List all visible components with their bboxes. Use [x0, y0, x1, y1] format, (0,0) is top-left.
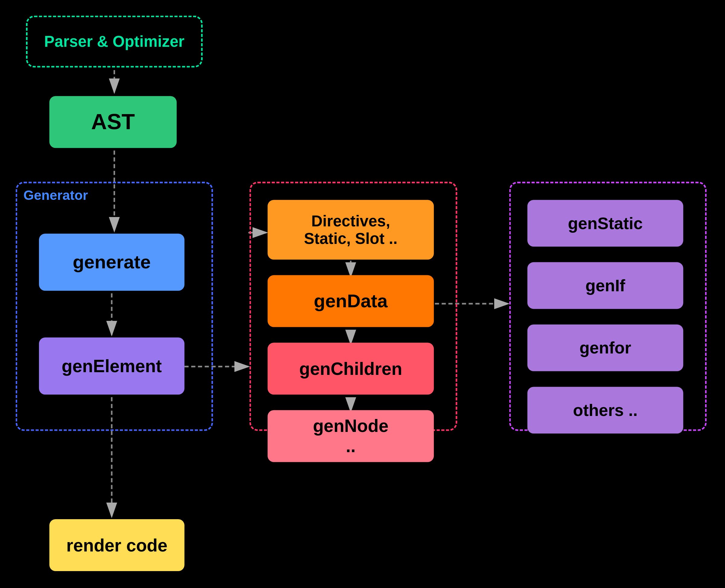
gen-node-node: genNode .. [268, 410, 434, 462]
others-node: others .. [527, 387, 683, 434]
generator-label: Generator [23, 187, 88, 204]
parser-optimizer-label: Parser & Optimizer [27, 17, 201, 66]
gen-if-node: genIf [527, 262, 683, 309]
gen-children-node: genChildren [268, 342, 434, 395]
directives-node: Directives, Static, Slot .. [268, 200, 434, 259]
gen-data-node: genData [268, 275, 434, 327]
gen-static-node: genStatic [527, 200, 683, 247]
gen-element-node: genElement [39, 337, 185, 395]
parser-optimizer-box: Parser & Optimizer [26, 16, 203, 68]
ast-node: AST [49, 96, 176, 148]
render-code-node: render code [49, 519, 184, 571]
generate-node: generate [39, 234, 185, 291]
gen-for-node: genfor [527, 324, 683, 371]
